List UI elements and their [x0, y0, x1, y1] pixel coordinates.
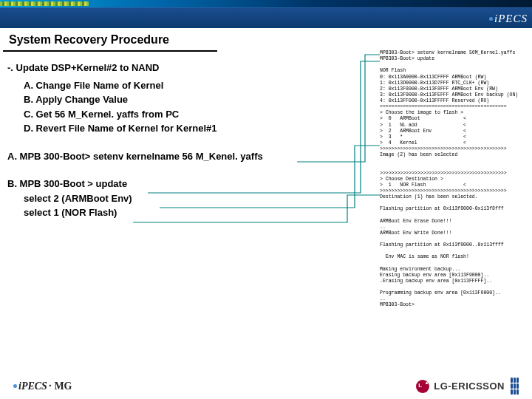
top-decor-strip [0, 0, 532, 7]
brand-dot-icon [13, 384, 17, 388]
command-b-select1: select 1 (NOR Flash) [24, 205, 310, 220]
lg-logo-icon [416, 380, 429, 393]
footer-brand-mg: MG [54, 381, 72, 392]
substep-a: A. Change File Name of Kernel [24, 78, 310, 93]
footer-brand-right: LG-ERICSSON [416, 378, 519, 395]
title-bar: System Recovery Procedure [3, 30, 217, 52]
command-b-head: B. MPB 300-Boot > update [7, 177, 310, 191]
footer-brand-left: iPECS · MG [13, 381, 72, 392]
substep-b: B. Apply Change Value [24, 92, 310, 107]
header-bar: iPECS [0, 7, 532, 28]
ericsson-bars-icon [511, 378, 519, 395]
substep-d: D. Revert File Name of Kernel for Kernel… [24, 121, 310, 136]
footer: iPECS · MG LG-ERICSSON [0, 378, 532, 395]
dot-separator: · [49, 381, 52, 392]
command-b-select2: select 2 (ARMBoot Env) [24, 191, 310, 206]
brand-logo-top: iPECS [489, 13, 528, 25]
command-a: A. MPB 300-Boot> setenv kernelname 56 M_… [7, 149, 310, 164]
step-heading: -. Update DSP+Kernel#2 to NAND [7, 61, 310, 75]
page-title: System Recovery Procedure [9, 33, 169, 47]
lg-ericsson-text: LG-ERICSSON [434, 381, 505, 392]
terminal-output: MPB303-Boot> setenv kernelname 56M_Kerne… [380, 50, 529, 308]
brand-text: iPECS [494, 13, 528, 25]
substep-c: C. Get 56 M_Kernel. yaffs from PC [24, 107, 310, 122]
brand-dot-icon [489, 17, 493, 21]
footer-brand-text: iPECS [18, 381, 47, 392]
